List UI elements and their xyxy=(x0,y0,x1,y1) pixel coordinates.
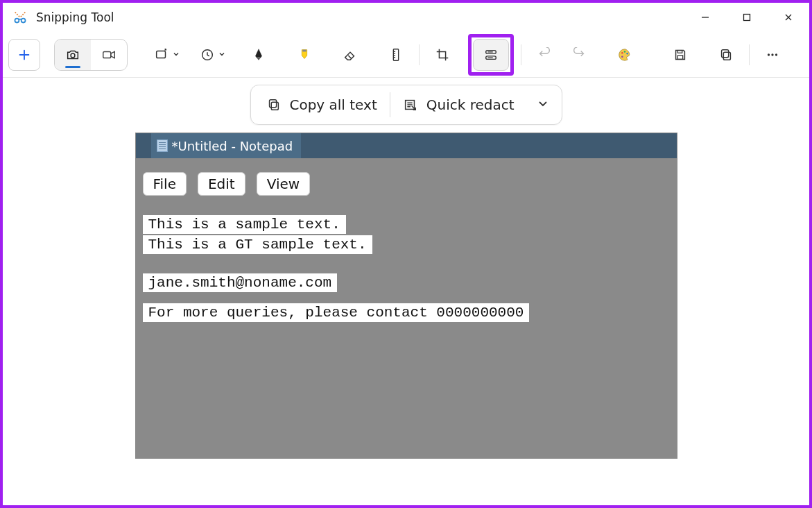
copy-all-text-button[interactable]: Copy all text xyxy=(253,85,389,124)
crop-button[interactable] xyxy=(426,39,458,71)
detected-text-file[interactable]: File xyxy=(143,172,187,196)
window-titlebar: Snipping Tool xyxy=(3,3,809,32)
text-actions-highlight xyxy=(468,34,514,76)
text-actions-button[interactable] xyxy=(473,39,509,71)
svg-point-14 xyxy=(621,56,623,58)
video-mode-button[interactable] xyxy=(91,39,127,71)
toolbar-separator xyxy=(749,44,750,65)
more-button[interactable] xyxy=(757,39,788,71)
chevron-down-icon xyxy=(537,96,549,113)
svg-point-0 xyxy=(15,19,19,23)
toolbar-separator xyxy=(521,44,521,65)
svg-rect-16 xyxy=(677,55,682,59)
video-icon xyxy=(101,47,116,62)
eraser-icon xyxy=(343,47,358,62)
redact-icon xyxy=(403,97,418,112)
window-title: Snipping Tool xyxy=(36,10,114,24)
svg-point-1 xyxy=(21,19,26,23)
highlighter-icon xyxy=(297,47,312,62)
new-snip-button[interactable] xyxy=(8,39,40,71)
edit-in-paint-button[interactable] xyxy=(609,39,641,71)
detected-text-view[interactable]: View xyxy=(257,172,310,196)
detected-text-edit[interactable]: Edit xyxy=(198,172,245,196)
text-actions-icon xyxy=(483,47,499,62)
svg-point-11 xyxy=(621,51,623,53)
detected-text-line2[interactable]: This is a GT sample text. xyxy=(143,235,372,254)
svg-point-3 xyxy=(71,53,75,57)
svg-rect-8 xyxy=(393,49,398,60)
notepad-title-tab: *Untitled - Notepad xyxy=(151,133,302,158)
copy-icon xyxy=(718,47,734,62)
highlighter-button[interactable] xyxy=(288,39,320,71)
text-actions-bar: Copy all text Quick redact xyxy=(250,85,562,125)
ruler-icon xyxy=(388,47,404,62)
copy-button[interactable] xyxy=(710,39,742,71)
quick-redact-dropdown[interactable] xyxy=(527,85,559,124)
copy-icon xyxy=(266,97,281,112)
detected-text-line1[interactable]: This is a sample text. xyxy=(143,215,346,234)
save-button[interactable] xyxy=(664,39,696,71)
svg-rect-23 xyxy=(269,100,276,108)
paint-palette-icon xyxy=(617,47,632,62)
svg-rect-15 xyxy=(677,50,682,53)
captured-screenshot[interactable]: *Untitled - Notepad File Edit View This … xyxy=(136,133,677,458)
snip-shape-button[interactable] xyxy=(151,39,183,71)
svg-rect-5 xyxy=(157,51,166,58)
window-maximize-button[interactable] xyxy=(726,3,768,32)
svg-rect-2 xyxy=(744,15,750,21)
pen-icon xyxy=(251,47,266,62)
quick-redact-button[interactable]: Quick redact xyxy=(390,85,527,124)
svg-rect-22 xyxy=(271,102,278,110)
redo-button[interactable] xyxy=(563,39,595,71)
camera-icon xyxy=(65,47,80,62)
svg-rect-17 xyxy=(723,52,730,60)
svg-rect-7 xyxy=(302,49,306,51)
snipping-tool-app-icon xyxy=(12,10,28,25)
rectangle-shape-icon xyxy=(154,47,169,62)
chevron-down-icon xyxy=(172,48,180,61)
detected-text-contact[interactable]: For more queries, please contact 0000000… xyxy=(143,303,530,322)
chevron-down-icon xyxy=(218,48,226,61)
svg-point-21 xyxy=(775,53,777,56)
notepad-titlebar: *Untitled - Notepad xyxy=(136,133,677,158)
delay-button[interactable] xyxy=(197,39,229,71)
toolbar xyxy=(3,32,809,78)
svg-rect-18 xyxy=(722,49,729,57)
undo-icon xyxy=(537,47,552,62)
pen-button[interactable] xyxy=(243,39,275,71)
photo-mode-button[interactable] xyxy=(55,39,91,71)
window-close-button[interactable] xyxy=(768,3,809,32)
svg-point-13 xyxy=(626,52,628,54)
notepad-title: *Untitled - Notepad xyxy=(172,139,293,153)
svg-rect-4 xyxy=(103,51,111,58)
notepad-body: File Edit View This is a sample text. Th… xyxy=(136,158,677,330)
capture-mode-group xyxy=(54,39,128,71)
undo-button[interactable] xyxy=(528,39,560,71)
crop-icon xyxy=(435,47,450,62)
notepad-icon xyxy=(157,139,168,152)
copy-all-text-label: Copy all text xyxy=(289,96,377,113)
redo-icon xyxy=(571,47,587,62)
save-icon xyxy=(673,47,688,62)
svg-point-20 xyxy=(771,53,773,56)
toolbar-separator xyxy=(419,44,420,65)
eraser-button[interactable] xyxy=(334,39,366,71)
ruler-button[interactable] xyxy=(380,39,412,71)
window-minimize-button[interactable] xyxy=(684,3,726,32)
detected-text-email[interactable]: jane.smith@noname.com xyxy=(143,273,338,292)
quick-redact-label: Quick redact xyxy=(426,96,515,113)
svg-point-19 xyxy=(768,53,770,56)
svg-point-12 xyxy=(624,51,626,53)
more-icon xyxy=(765,47,780,62)
clock-icon xyxy=(200,47,215,62)
